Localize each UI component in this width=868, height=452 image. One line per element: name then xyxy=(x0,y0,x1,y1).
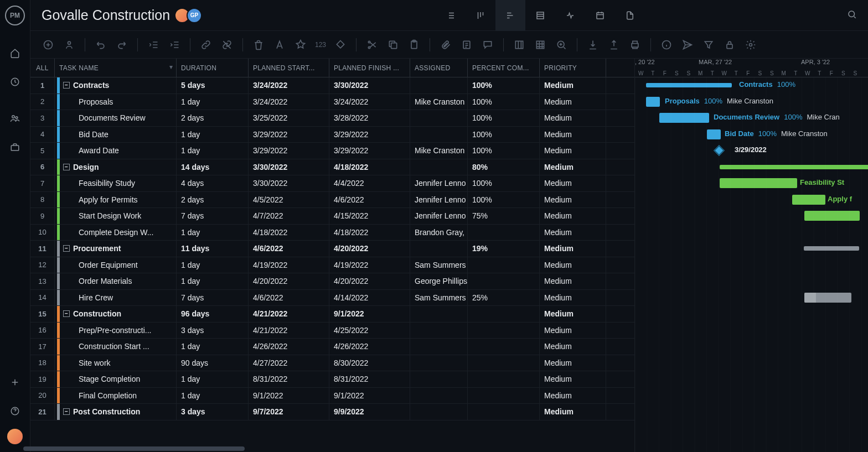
table-row[interactable]: 17Construction Start ...1 day4/26/20224/… xyxy=(30,339,634,355)
project-title: Govalle Construction xyxy=(42,7,170,23)
gantt-bar[interactable] xyxy=(804,246,859,251)
gantt-view-icon[interactable] xyxy=(495,0,525,31)
recent-icon[interactable] xyxy=(4,71,26,93)
import-icon[interactable] xyxy=(586,38,600,51)
info-icon[interactable] xyxy=(660,38,673,51)
avatar-group[interactable]: GP xyxy=(178,8,202,23)
table-row[interactable]: 13Order Materials1 day4/20/20224/20/2022… xyxy=(30,273,634,290)
attach-icon[interactable] xyxy=(439,38,452,51)
table-row[interactable]: 4Bid Date1 day3/29/20223/29/2022100%Medi… xyxy=(30,127,634,143)
trash-icon[interactable] xyxy=(252,38,265,51)
gantt-row xyxy=(635,159,868,176)
sheet-view-icon[interactable] xyxy=(525,0,555,31)
briefcase-icon[interactable] xyxy=(4,136,26,158)
collapse-icon[interactable]: − xyxy=(63,82,70,89)
col-priority[interactable]: PRIORITY xyxy=(540,59,606,77)
paste-icon[interactable] xyxy=(407,38,421,51)
table-row[interactable]: 2Proposals1 day3/24/20223/24/2022Mike Cr… xyxy=(30,94,634,111)
collapse-icon[interactable]: − xyxy=(63,310,70,317)
table-row[interactable]: 9Start Design Work7 days4/7/20224/15/202… xyxy=(30,208,634,225)
calendar-view-icon[interactable] xyxy=(585,0,615,31)
grid-icon[interactable] xyxy=(534,38,547,51)
table-row[interactable]: 20Final Completion1 day9/1/20229/1/2022M… xyxy=(30,388,634,404)
table-row[interactable]: 6−Design14 days3/30/20224/18/202280%Medi… xyxy=(30,159,634,176)
table-row[interactable]: 7Feasibility Study4 days3/30/20224/4/202… xyxy=(30,175,634,192)
collapse-icon[interactable]: − xyxy=(63,164,70,170)
user-avatar[interactable] xyxy=(7,429,23,444)
comment-icon[interactable] xyxy=(481,38,494,51)
redo-icon[interactable] xyxy=(115,38,128,51)
gantt-row: Contracts100% xyxy=(635,77,868,94)
gantt-bar[interactable] xyxy=(646,97,660,107)
gantt-bar[interactable] xyxy=(720,178,797,188)
columns-icon[interactable] xyxy=(513,38,526,51)
gantt-bar[interactable] xyxy=(707,129,721,139)
table-row[interactable]: 5Award Date1 day3/29/20223/29/2022Mike C… xyxy=(30,143,634,159)
gantt-row xyxy=(635,404,868,420)
undo-icon[interactable] xyxy=(94,38,107,51)
export-icon[interactable] xyxy=(607,38,621,51)
highlight-icon[interactable] xyxy=(294,38,307,51)
zoom-icon[interactable] xyxy=(555,38,568,51)
gantt-chart[interactable]: , 20 '22MAR, 27 '22APR, 3 '22 WTFSSMTWTF… xyxy=(635,59,868,452)
col-duration[interactable]: DURATION xyxy=(177,59,249,77)
table-row[interactable]: 12Order Equipment1 day4/19/20224/19/2022… xyxy=(30,257,634,274)
col-assigned[interactable]: ASSIGNED xyxy=(410,59,468,77)
plus-icon[interactable] xyxy=(4,371,26,393)
gantt-bar[interactable] xyxy=(646,83,732,87)
settings-icon[interactable] xyxy=(744,38,757,51)
number-format[interactable]: 123 xyxy=(315,41,326,49)
table-row[interactable]: 8Apply for Permits2 days4/5/20224/6/2022… xyxy=(30,192,634,209)
col-planned-start[interactable]: PLANNED START... xyxy=(249,59,329,77)
grid-body[interactable]: 1−Contracts5 days3/24/20223/30/2022100%M… xyxy=(30,77,634,452)
table-row[interactable]: 15−Construction96 days4/21/20229/1/2022M… xyxy=(30,306,634,323)
unlink-icon[interactable] xyxy=(220,38,234,51)
app-logo[interactable]: PM xyxy=(5,6,25,25)
horizontal-scrollbar[interactable] xyxy=(30,446,635,451)
font-icon[interactable] xyxy=(273,38,286,51)
files-view-icon[interactable] xyxy=(615,0,645,31)
table-row[interactable]: 3Documents Review2 days3/25/20223/28/202… xyxy=(30,110,634,127)
gantt-bar[interactable] xyxy=(804,293,851,303)
table-row[interactable]: 11−Procurement11 days4/6/20224/20/202219… xyxy=(30,241,634,257)
col-all[interactable]: ALL xyxy=(30,59,55,77)
col-planned-finish[interactable]: PLANNED FINISH ... xyxy=(329,59,410,77)
table-row[interactable]: 19Stage Completion1 day8/31/20228/31/202… xyxy=(30,371,634,388)
table-row[interactable]: 16Prep/Pre-constructi...3 days4/21/20224… xyxy=(30,323,634,339)
table-row[interactable]: 14Hire Crew7 days4/6/20224/14/2022Sam Su… xyxy=(30,290,634,306)
activity-view-icon[interactable] xyxy=(555,0,585,31)
collapse-icon[interactable]: − xyxy=(63,245,70,252)
collapse-icon[interactable]: − xyxy=(63,408,70,415)
search-icon[interactable] xyxy=(847,9,857,22)
cut-icon[interactable] xyxy=(365,38,379,51)
table-row[interactable]: 21−Post Construction3 days9/7/20229/9/20… xyxy=(30,404,634,420)
milestone-icon[interactable] xyxy=(334,38,347,51)
print-icon[interactable] xyxy=(628,38,642,51)
home-icon[interactable] xyxy=(4,42,26,64)
table-row[interactable]: 1−Contracts5 days3/24/20223/30/2022100%M… xyxy=(30,77,634,94)
help-icon[interactable] xyxy=(4,400,26,422)
link-icon[interactable] xyxy=(199,38,213,51)
send-icon[interactable] xyxy=(681,38,694,51)
note-icon[interactable] xyxy=(460,38,473,51)
copy-icon[interactable] xyxy=(386,38,400,51)
table-row[interactable]: 10Complete Design W...1 day4/18/20224/18… xyxy=(30,225,634,241)
chevron-down-icon[interactable]: ▾ xyxy=(169,63,173,71)
people-icon[interactable] xyxy=(4,107,26,129)
lock-icon[interactable] xyxy=(723,38,736,51)
col-percent[interactable]: PERCENT COM... xyxy=(468,59,540,77)
add-icon[interactable] xyxy=(42,38,55,51)
indent-icon[interactable] xyxy=(168,38,181,51)
col-task-name[interactable]: TASK NAME▾ xyxy=(55,59,177,77)
milestone-diamond[interactable] xyxy=(714,145,725,156)
gantt-bar[interactable] xyxy=(792,195,825,205)
filter-icon[interactable] xyxy=(702,38,715,51)
gantt-bar[interactable] xyxy=(720,165,868,169)
table-row[interactable]: 18Site work90 days4/27/20228/30/2022Medi… xyxy=(30,355,634,372)
board-view-icon[interactable] xyxy=(466,0,495,31)
outdent-icon[interactable] xyxy=(147,38,160,51)
assign-icon[interactable] xyxy=(63,38,76,51)
list-view-icon[interactable] xyxy=(436,0,466,31)
gantt-bar[interactable] xyxy=(659,113,709,123)
gantt-bar[interactable] xyxy=(804,211,860,221)
